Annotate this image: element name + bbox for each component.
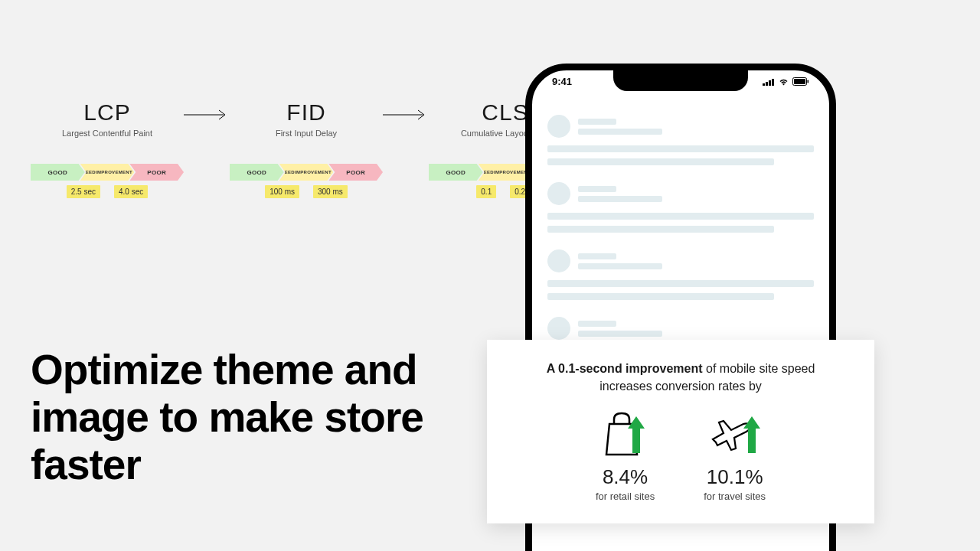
stat-caption: for retail sites	[596, 491, 655, 502]
svg-rect-7	[794, 79, 805, 84]
svg-rect-9	[632, 427, 640, 453]
stat-caption: for travel sites	[704, 491, 766, 502]
arrow-up-icon	[628, 416, 645, 453]
seg-good: GOOD	[31, 164, 85, 181]
cwv-threshold-values: 100 ms 300 ms	[265, 185, 348, 198]
avatar-placeholder	[547, 317, 570, 340]
text-placeholder	[578, 321, 616, 327]
statusbar-icons	[763, 77, 809, 86]
text-placeholder	[578, 331, 662, 337]
svg-marker-10	[628, 416, 645, 429]
text-placeholder	[547, 158, 774, 165]
threshold-high: 4.0 sec	[114, 185, 148, 198]
card-title-bold: A 0.1-second improvement	[547, 362, 703, 375]
seg-poor: POOR	[328, 164, 383, 181]
battery-icon	[792, 77, 809, 86]
cwv-metric-fid: FID First Input Delay GOOD NEEDIMPROVEME…	[230, 99, 383, 198]
card-title: A 0.1-second improvement of mobile site …	[528, 360, 834, 395]
stats-row: 8.4% for retail sites 10.1% for travel s…	[510, 409, 851, 502]
statusbar-time: 9:41	[552, 76, 572, 87]
core-web-vitals-row: LCP Largest Contentful Paint GOOD NEEDIM…	[31, 99, 505, 198]
svg-marker-12	[743, 416, 760, 429]
text-placeholder	[547, 293, 774, 300]
airplane-up-icon	[708, 409, 762, 458]
arrow-up-icon	[743, 416, 760, 453]
stat-value: 10.1%	[707, 465, 763, 489]
stat-retail: 8.4% for retail sites	[596, 409, 655, 502]
seg-need-improvement: NEEDIMPROVEMENT	[80, 164, 135, 181]
seg-good: GOOD	[429, 164, 483, 181]
seg-poor: POOR	[129, 164, 184, 181]
shopping-bag-up-icon	[599, 409, 652, 458]
cwv-full-name: First Input Delay	[276, 129, 337, 138]
text-placeholder	[547, 280, 814, 287]
svg-rect-4	[769, 80, 771, 86]
cwv-threshold-bar: GOOD NEEDIMPROVEMENT POOR	[230, 164, 383, 181]
page-headline: Optimize theme and image to make store f…	[31, 346, 505, 488]
avatar-placeholder	[547, 249, 570, 272]
seg-need-improvement: NEEDIMPROVEMENT	[479, 164, 533, 181]
arrow-icon	[184, 109, 230, 124]
signal-icon	[763, 78, 775, 86]
threshold-low: 100 ms	[265, 185, 299, 198]
phone-statusbar: 9:41	[532, 76, 829, 87]
cwv-metric-lcp: LCP Largest Contentful Paint GOOD NEEDIM…	[31, 99, 184, 198]
svg-rect-8	[808, 80, 809, 83]
skeleton-post	[547, 249, 814, 300]
seg-need-improvement: NEEDIMPROVEMENT	[279, 164, 334, 181]
cwv-threshold-bar: GOOD NEEDIMPROVEMENT POOR	[31, 164, 184, 181]
cwv-acronym: LCP	[83, 99, 130, 126]
svg-rect-11	[748, 427, 756, 453]
seg-good: GOOD	[230, 164, 284, 181]
text-placeholder	[578, 196, 662, 202]
text-placeholder	[578, 119, 616, 125]
cwv-threshold-values: 2.5 sec 4.0 sec	[67, 185, 149, 198]
svg-rect-3	[766, 82, 768, 86]
text-placeholder	[578, 263, 662, 269]
text-placeholder	[547, 213, 814, 220]
threshold-low: 2.5 sec	[67, 185, 100, 198]
arrow-icon	[383, 109, 429, 124]
skeleton-post	[547, 182, 814, 233]
avatar-placeholder	[547, 115, 570, 138]
threshold-low: 0.1	[476, 185, 496, 198]
svg-rect-5	[772, 79, 774, 86]
text-placeholder	[578, 253, 616, 259]
text-placeholder	[547, 226, 774, 233]
text-placeholder	[578, 186, 616, 192]
svg-rect-2	[763, 83, 765, 86]
cwv-full-name: Largest Contentful Paint	[62, 129, 152, 138]
stat-value: 8.4%	[603, 465, 648, 489]
avatar-placeholder	[547, 182, 570, 205]
text-placeholder	[547, 145, 814, 152]
cwv-acronym: CLS	[482, 99, 528, 126]
feed-skeleton	[547, 115, 814, 357]
conversion-stats-card: A 0.1-second improvement of mobile site …	[487, 340, 874, 523]
text-placeholder	[578, 129, 662, 135]
cwv-acronym: FID	[286, 99, 325, 126]
stat-travel: 10.1% for travel sites	[704, 409, 766, 502]
skeleton-post	[547, 115, 814, 165]
wifi-icon	[778, 77, 789, 86]
skeleton-post	[547, 317, 814, 340]
threshold-high: 300 ms	[313, 185, 348, 198]
